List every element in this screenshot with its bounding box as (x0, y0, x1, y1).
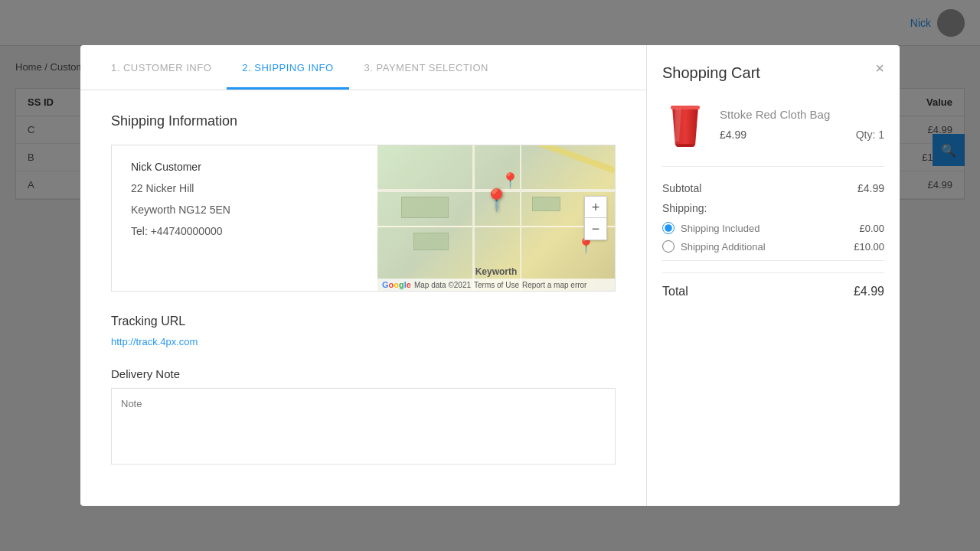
delivery-note-section: Delivery Note (111, 367, 616, 468)
total-row: Total £4.99 (662, 272, 884, 298)
subtotal-value: £4.99 (858, 182, 884, 194)
tab-payment-selection[interactable]: 3. PAYMENT SELECTION (349, 45, 504, 90)
shipping-additional-label: Shipping Additional (681, 241, 766, 253)
map-road (377, 226, 615, 227)
address-box: Nick Customer 22 Nicker Hill Keyworth NG… (112, 145, 377, 291)
map-terms-link[interactable]: Terms of Use (474, 281, 519, 289)
customer-name: Nick Customer (131, 161, 358, 173)
map-location-pin: 📍 (483, 190, 510, 211)
checkout-tabs: 1. CUSTOMER INFO 2. SHIPPING INFO 3. PAY… (80, 45, 646, 90)
close-modal-button[interactable]: × (875, 60, 884, 76)
cart-divider (662, 260, 884, 261)
shopping-cart-panel: Shopping Cart × (647, 45, 900, 506)
address-map-container: Nick Customer 22 Nicker Hill Keyworth NG… (111, 145, 616, 292)
map-road (472, 145, 475, 291)
map-footer: Google Map data ©2021 Terms of Use Repor… (377, 279, 615, 291)
cart-item-name: Sttoke Red Cloth Bag (720, 108, 884, 121)
shipping-additional-radio[interactable] (662, 240, 675, 253)
shipping-option-left: Shipping Additional (662, 240, 766, 253)
tracking-title: Tracking URL (111, 315, 616, 328)
subtotal-label: Subtotal (662, 182, 701, 194)
map-data-text: Map data ©2021 (414, 281, 471, 289)
subtotal-row: Subtotal £4.99 (662, 182, 884, 194)
address-line2: Keyworth NG12 5EN (131, 204, 358, 216)
cart-title: Shopping Cart (662, 64, 884, 82)
map-building (413, 233, 449, 250)
product-image (666, 99, 704, 149)
modal-left-panel: 1. CUSTOMER INFO 2. SHIPPING INFO 3. PAY… (80, 45, 647, 506)
cart-totals: Subtotal £4.99 Shipping: Shipping Includ… (662, 182, 884, 487)
map-building (401, 197, 449, 219)
map-controls: + − (584, 196, 607, 240)
shipping-label-row: Shipping: (662, 202, 884, 214)
cart-item-price: £4.99 (720, 129, 746, 141)
shipping-included-radio[interactable] (662, 222, 675, 234)
shipping-included-price: £0.00 (859, 223, 884, 234)
tracking-section: Tracking URL http://track.4px.com (111, 315, 616, 348)
shipping-option-left: Shipping Included (662, 222, 760, 234)
customer-tel: Tel: +44740000000 (131, 225, 358, 237)
address-line1: 22 Nicker Hill (131, 182, 358, 194)
shipping-options: Shipping Included £0.00 Shipping Additio… (662, 222, 884, 253)
google-logo: Google (382, 280, 411, 289)
shipping-label: Shipping: (662, 202, 707, 214)
map-zoom-out-button[interactable]: − (585, 218, 606, 240)
shipping-included-label: Shipping Included (681, 223, 760, 234)
cart-item-image (662, 97, 708, 151)
total-label: Total (662, 285, 688, 298)
modal-left-body: Shipping Information Nick Customer 22 Ni… (80, 90, 646, 506)
cart-item: Sttoke Red Cloth Bag £4.99 Qty: 1 (662, 97, 884, 167)
map-zoom-in-button[interactable]: + (585, 197, 606, 218)
shipping-option-additional: Shipping Additional £10.00 (662, 240, 884, 253)
cart-item-details: Sttoke Red Cloth Bag £4.99 Qty: 1 (720, 108, 884, 141)
map-road (520, 145, 521, 291)
shipping-section-title: Shipping Information (111, 113, 616, 129)
map-report-link[interactable]: Report a map error (522, 281, 586, 289)
map-container: 📍 📍 📍 Keyworth + − (377, 145, 615, 291)
checkout-modal: 1. CUSTOMER INFO 2. SHIPPING INFO 3. PAY… (80, 45, 900, 506)
map-building (532, 197, 560, 211)
shipping-option-included: Shipping Included £0.00 (662, 222, 884, 234)
shipping-additional-price: £10.00 (854, 241, 884, 253)
tab-shipping-info[interactable]: 2. SHIPPING INFO (227, 45, 348, 90)
svg-rect-1 (671, 106, 700, 109)
svg-rect-2 (676, 144, 694, 147)
cart-item-qty: Qty: 1 (856, 129, 884, 141)
cart-item-price-row: £4.99 Qty: 1 (720, 129, 884, 141)
total-value: £4.99 (854, 285, 884, 298)
tab-customer-info[interactable]: 1. CUSTOMER INFO (96, 45, 227, 90)
map-city-label: Keyworth (475, 266, 518, 277)
tracking-url-link[interactable]: http://track.4px.com (111, 336, 198, 347)
delivery-note-textarea[interactable] (111, 388, 616, 465)
delivery-note-title: Delivery Note (111, 367, 616, 380)
modal-overlay: 1. CUSTOMER INFO 2. SHIPPING INFO 3. PAY… (0, 0, 980, 551)
